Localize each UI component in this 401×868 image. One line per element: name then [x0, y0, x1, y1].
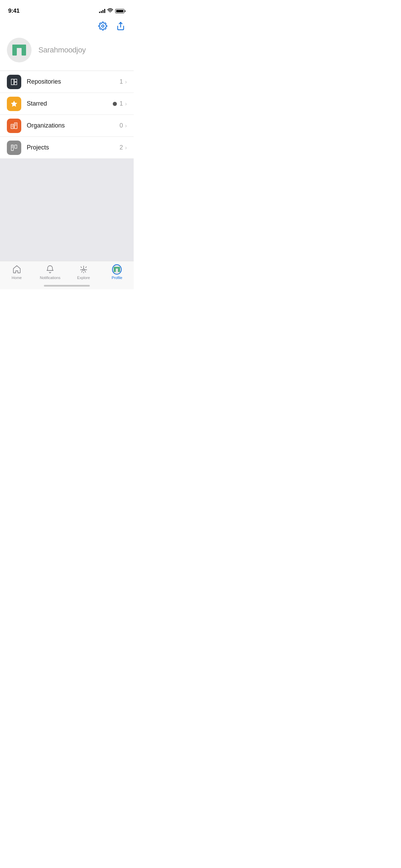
starred-chevron: › [125, 101, 127, 107]
organizations-count: 0 [120, 122, 123, 129]
svg-rect-24 [114, 267, 116, 272]
projects-count: 2 [120, 144, 123, 151]
projects-chevron: › [125, 145, 127, 151]
avatar [7, 38, 32, 62]
organizations-label: Organizations [27, 122, 120, 129]
starred-menu-item[interactable]: Starred 1 › [0, 93, 134, 115]
tab-profile[interactable]: Profile [100, 265, 134, 280]
tab-notifications[interactable]: Notifications [34, 265, 67, 280]
notifications-tab-label: Notifications [40, 276, 60, 280]
tab-explore[interactable]: Explore [67, 265, 100, 280]
starred-count: 1 [120, 100, 123, 107]
settings-button[interactable] [97, 20, 109, 32]
repositories-menu-item[interactable]: Repositories 1 › [0, 71, 134, 93]
svg-rect-15 [11, 145, 13, 150]
profile-tab-label: Profile [112, 276, 122, 280]
profile-section: Sarahmoodjoy [0, 32, 134, 71]
profile-tab-icon [112, 265, 122, 274]
starred-label: Starred [27, 100, 113, 107]
projects-icon [10, 144, 18, 152]
projects-label: Projects [27, 144, 120, 151]
status-icons [99, 8, 125, 14]
home-icon [12, 265, 22, 274]
svg-point-0 [110, 12, 111, 13]
avatar-logo [10, 41, 28, 59]
wifi-icon [107, 8, 113, 14]
organizations-menu-item[interactable]: Organizations 0 › [0, 115, 134, 137]
repositories-icon [10, 78, 18, 86]
repositories-label: Repositories [27, 78, 120, 85]
svg-rect-25 [118, 267, 120, 272]
header-toolbar [0, 17, 134, 32]
status-bar: 9:41 [0, 0, 134, 17]
svg-rect-7 [11, 124, 14, 129]
notifications-icon [45, 265, 55, 274]
repositories-chevron: › [125, 79, 127, 85]
starred-icon [10, 100, 18, 108]
home-indicator [44, 285, 90, 287]
tab-home[interactable]: Home [0, 265, 34, 280]
battery-icon [115, 9, 125, 13]
organizations-chevron: › [125, 123, 127, 129]
menu-list: Repositories 1 › Starred 1 › [0, 71, 134, 159]
profile-avatar [112, 264, 122, 275]
username-label: Sarahmoodjoy [38, 46, 86, 55]
svg-rect-6 [14, 82, 17, 84]
home-tab-label: Home [12, 276, 22, 280]
explore-icon [79, 265, 88, 274]
organizations-icon-wrap [7, 119, 21, 133]
status-time: 9:41 [8, 8, 20, 14]
repositories-count: 1 [120, 78, 123, 85]
projects-icon-wrap [7, 141, 21, 155]
signal-icon [99, 9, 105, 13]
svg-rect-16 [15, 145, 17, 148]
repositories-icon-wrap [7, 75, 21, 89]
projects-menu-item[interactable]: Projects 2 › [0, 137, 134, 159]
starred-badge [113, 102, 117, 106]
svg-point-1 [102, 25, 104, 27]
explore-tab-label: Explore [77, 276, 90, 280]
organizations-icon [10, 122, 18, 130]
svg-rect-4 [12, 45, 17, 56]
starred-icon-wrap [7, 97, 21, 111]
svg-rect-5 [22, 45, 26, 56]
share-button[interactable] [114, 20, 127, 32]
